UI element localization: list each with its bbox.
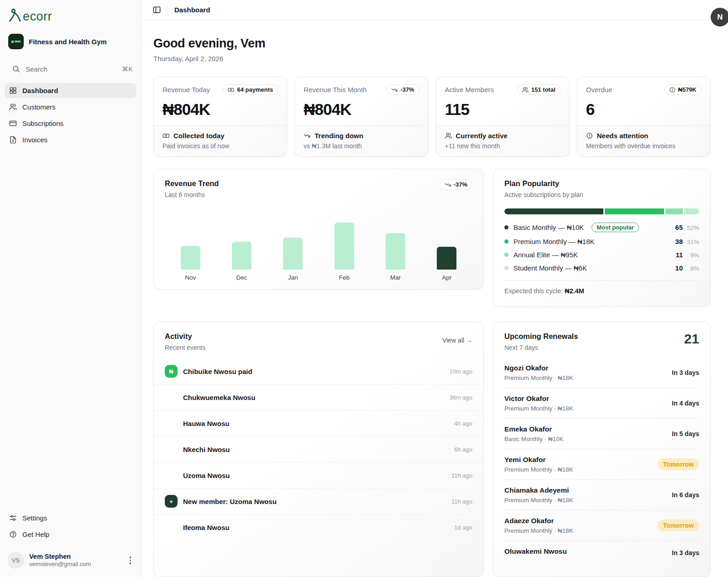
stat-label: Revenue This Month bbox=[304, 86, 367, 94]
renewal-row: Emeka OkaforBasic Monthly · ₦10K In 5 da… bbox=[504, 419, 699, 449]
users-icon bbox=[522, 87, 529, 93]
chart-bar-feb: Feb bbox=[319, 202, 370, 281]
renewal-row: Chiamaka AdeyemiPremium Monthly · ₦18K I… bbox=[504, 480, 699, 510]
renewal-row: Victor OkaforPremium Monthly · ₦18K In 4… bbox=[504, 388, 699, 419]
sidebar-footer-nav: Settings Get Help bbox=[5, 510, 136, 542]
plan-popularity-subtitle: Active subscriptions by plan bbox=[504, 191, 699, 198]
sidebar-item-subscriptions[interactable]: Subscriptions bbox=[5, 116, 136, 131]
due-label: In 3 days bbox=[672, 549, 699, 556]
plan-segment-0 bbox=[504, 208, 603, 214]
sidebar-toggle-icon[interactable] bbox=[152, 5, 161, 14]
plan-dot bbox=[504, 239, 508, 244]
sidebar-item-label: Settings bbox=[22, 514, 47, 522]
activity-title: Activity bbox=[165, 332, 206, 341]
trending-down-icon bbox=[445, 182, 451, 188]
sidebar-item-label: Invoices bbox=[22, 136, 47, 144]
file-text-icon bbox=[9, 136, 17, 144]
search-shortcut: ⌘K bbox=[122, 65, 133, 73]
trending-down-icon bbox=[391, 87, 398, 93]
icon-placeholder bbox=[165, 391, 178, 404]
due-badge-tomorrow: Tomorrow bbox=[658, 520, 699, 531]
plan-row-annual-elite: Annual Elite — ₦95K 119% bbox=[504, 251, 699, 259]
stat-card-overdue: Overdue ₦579K 6 bbox=[577, 76, 711, 157]
sidebar-item-dashboard[interactable]: Dashboard bbox=[5, 83, 136, 98]
chart-bar-dec: Dec bbox=[216, 202, 267, 281]
sidebar-item-label: Get Help bbox=[22, 530, 49, 538]
chart-bar-apr: Apr bbox=[421, 202, 472, 281]
sliders-icon bbox=[9, 514, 17, 522]
icon-placeholder bbox=[165, 521, 178, 534]
users-icon bbox=[445, 132, 452, 139]
kebab-menu-icon[interactable] bbox=[127, 554, 134, 567]
plan-segment-1 bbox=[605, 208, 664, 214]
stat-badge: -37% bbox=[386, 84, 419, 95]
view-all-link[interactable]: View all → bbox=[442, 337, 472, 344]
org-name: Fitness and Health Gym bbox=[29, 38, 107, 46]
stat-label: Active Members bbox=[445, 86, 494, 94]
stat-value: 115 bbox=[445, 100, 560, 119]
chart-bar-nov: Nov bbox=[165, 202, 216, 281]
renewal-row: Adaeze OkaforPremium Monthly · ₦18K Tomo… bbox=[504, 510, 699, 541]
plan-popularity-card: Plan Popularity Active subscriptions by … bbox=[493, 169, 711, 307]
org-switcher[interactable]: Fitness and Health Gym bbox=[5, 34, 136, 49]
renewals-title: Upcoming Renewals bbox=[504, 332, 578, 341]
renewal-row: Yemi OkaforPremium Monthly · ₦18K Tomorr… bbox=[504, 449, 699, 480]
due-label: In 3 days bbox=[672, 369, 699, 376]
icon-placeholder bbox=[165, 469, 178, 482]
activity-row: + New member: Uzoma Nwosu 11h ago bbox=[154, 488, 483, 514]
icon-placeholder bbox=[165, 443, 178, 456]
user-email: vemsteven@gmail.com bbox=[29, 561, 122, 568]
activity-row: Ifeoma Nwosu 1d ago bbox=[154, 514, 483, 540]
plan-dot bbox=[504, 253, 508, 257]
topbar-divider bbox=[168, 6, 168, 14]
plan-row-premium-monthly: Premium Monthly — ₦18K 3831% bbox=[504, 238, 699, 245]
revenue-trend-card: Revenue Trend Last 6 months -37% NovDecJ… bbox=[153, 169, 484, 290]
revenue-trend-chart: NovDecJanFebMarApr bbox=[165, 202, 472, 281]
help-circle-icon bbox=[9, 530, 17, 538]
icon-placeholder bbox=[165, 417, 178, 430]
naira-payment-icon: ₦ bbox=[165, 365, 178, 378]
avatar: VS bbox=[7, 552, 24, 569]
banknote-icon bbox=[162, 132, 169, 139]
user-menu[interactable]: VS Vem Stephen vemsteven@gmail.com bbox=[5, 548, 136, 571]
stats-row: Revenue Today 64 payments ₦804K bbox=[153, 76, 711, 157]
plan-row-basic-monthly: Basic Monthly — ₦10K Most popular 6552% bbox=[504, 223, 699, 232]
sidebar: ecorr Fitness and Health Gym ⌘K Dashboar… bbox=[0, 0, 141, 577]
stat-badge: ₦579K bbox=[664, 84, 702, 95]
search-input[interactable] bbox=[26, 65, 116, 73]
most-popular-badge: Most popular bbox=[592, 223, 639, 232]
new-member-plus-icon: + bbox=[165, 495, 178, 508]
sidebar-item-customers[interactable]: Customers bbox=[5, 99, 136, 114]
sidebar-item-label: Dashboard bbox=[22, 87, 58, 94]
plan-dot bbox=[504, 266, 508, 270]
stat-value: ₦804K bbox=[162, 100, 278, 119]
search-bar[interactable]: ⌘K bbox=[7, 61, 134, 77]
sidebar-item-get-help[interactable]: Get Help bbox=[5, 527, 136, 542]
renewals-subtitle: Next 7 days bbox=[504, 344, 578, 351]
sidebar-nav: Dashboard Customers Subscriptions bbox=[5, 83, 136, 147]
sidebar-item-settings[interactable]: Settings bbox=[5, 510, 136, 525]
stat-label: Revenue Today bbox=[162, 86, 210, 94]
stat-card-revenue-month: Revenue This Month -37% ₦804K bbox=[294, 76, 428, 157]
stat-value: ₦804K bbox=[304, 100, 419, 119]
account-avatar[interactable]: N bbox=[711, 8, 728, 26]
upcoming-renewals-card: Upcoming Renewals Next 7 days 21 Ngozi O… bbox=[493, 322, 711, 577]
chart-bar-mar: Mar bbox=[370, 202, 421, 281]
plan-dot bbox=[504, 225, 508, 229]
logo-curl-icon bbox=[8, 7, 22, 23]
dashboard-grid-icon bbox=[9, 87, 17, 94]
due-label: In 5 days bbox=[672, 430, 699, 437]
stat-badge: 64 payments bbox=[223, 84, 278, 95]
main-area: Dashboard N Good evening, Vem Thursday, … bbox=[141, 0, 728, 577]
user-name: Vem Stephen bbox=[29, 552, 122, 561]
renewal-row: Oluwakemi Nwosu In 3 days bbox=[504, 541, 699, 564]
renewals-count: 21 bbox=[684, 332, 699, 346]
activity-row: Uzoma Nwosu 11h ago bbox=[154, 462, 483, 488]
app-logo[interactable]: ecorr bbox=[5, 6, 136, 23]
activity-subtitle: Recent events bbox=[165, 344, 206, 351]
topbar: Dashboard bbox=[141, 0, 728, 20]
sidebar-item-invoices[interactable]: Invoices bbox=[5, 132, 136, 147]
banknote-icon bbox=[228, 87, 234, 93]
dashboard-content: Good evening, Vem Thursday, April 2, 202… bbox=[141, 20, 711, 577]
trending-down-icon bbox=[304, 132, 310, 139]
